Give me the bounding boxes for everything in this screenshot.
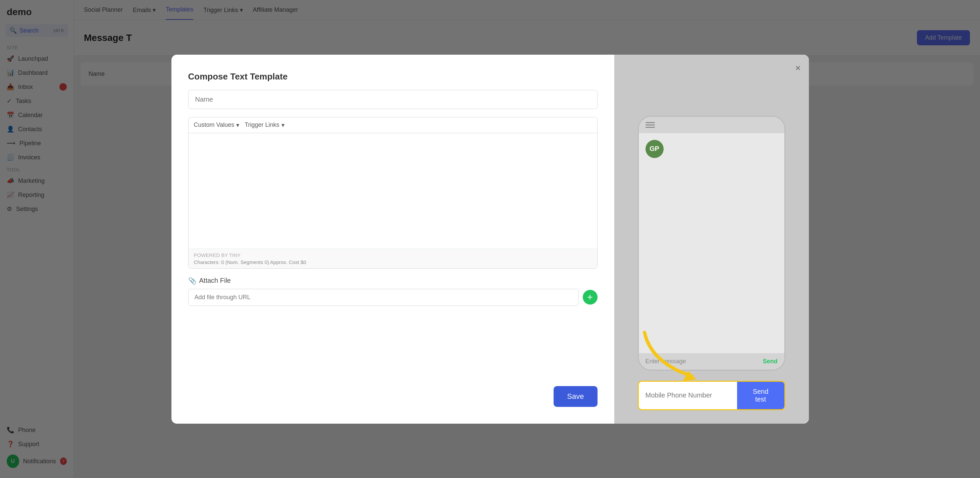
- phone-send-label: Send: [763, 358, 777, 365]
- custom-values-chevron-icon: ▾: [236, 121, 239, 129]
- modal-overlay[interactable]: Compose Text Template Custom Values ▾ Tr…: [0, 0, 980, 478]
- attach-section: 📎 Attach File +: [188, 277, 598, 306]
- add-file-button[interactable]: +: [583, 290, 598, 305]
- template-name-input[interactable]: [188, 90, 598, 109]
- editor-toolbar: Custom Values ▾ Trigger Links ▾ POWERED …: [188, 117, 598, 269]
- trigger-links-chevron-icon: ▾: [282, 121, 285, 129]
- paperclip-icon: 📎: [188, 277, 197, 285]
- attach-row: +: [188, 289, 598, 306]
- menu-lines-icon: [646, 122, 655, 128]
- attach-label: 📎 Attach File: [188, 277, 598, 285]
- custom-values-button[interactable]: Custom Values ▾: [194, 121, 240, 129]
- phone-preview: GP Enter message Send: [638, 116, 786, 371]
- char-count-label: Characters: 0 (Num. Segments 0) Approx. …: [194, 259, 592, 265]
- editor-footer: POWERED BY TINY Characters: 0 (Num. Segm…: [189, 249, 597, 268]
- trigger-links-button[interactable]: Trigger Links ▾: [245, 121, 284, 129]
- attach-text: Attach File: [199, 277, 231, 284]
- powered-by-label: POWERED BY TINY: [194, 252, 592, 258]
- save-button[interactable]: Save: [554, 386, 597, 407]
- modal-close-button[interactable]: ×: [795, 63, 800, 73]
- modal-left-panel: Compose Text Template Custom Values ▾ Tr…: [172, 55, 614, 424]
- modal-right-panel: GP Enter message Send Send test: [614, 55, 809, 424]
- phone-header: [639, 117, 784, 133]
- message-editor[interactable]: [189, 133, 597, 247]
- contact-avatar: GP: [646, 140, 663, 158]
- modal-title: Compose Text Template: [188, 71, 598, 82]
- send-test-button[interactable]: Send test: [737, 382, 784, 409]
- toolbar-top: Custom Values ▾ Trigger Links ▾: [189, 118, 597, 133]
- enter-message-label: Enter message: [646, 358, 686, 365]
- send-test-area: Send test: [638, 381, 786, 410]
- trigger-links-label: Trigger Links: [245, 121, 279, 129]
- save-row: Save: [188, 386, 598, 407]
- phone-input-row: Enter message Send: [639, 353, 784, 370]
- attach-url-input[interactable]: [188, 289, 579, 306]
- phone-body: GP: [639, 133, 784, 353]
- compose-modal: Compose Text Template Custom Values ▾ Tr…: [172, 55, 809, 424]
- mobile-phone-input[interactable]: [639, 386, 737, 405]
- custom-values-label: Custom Values: [194, 121, 234, 129]
